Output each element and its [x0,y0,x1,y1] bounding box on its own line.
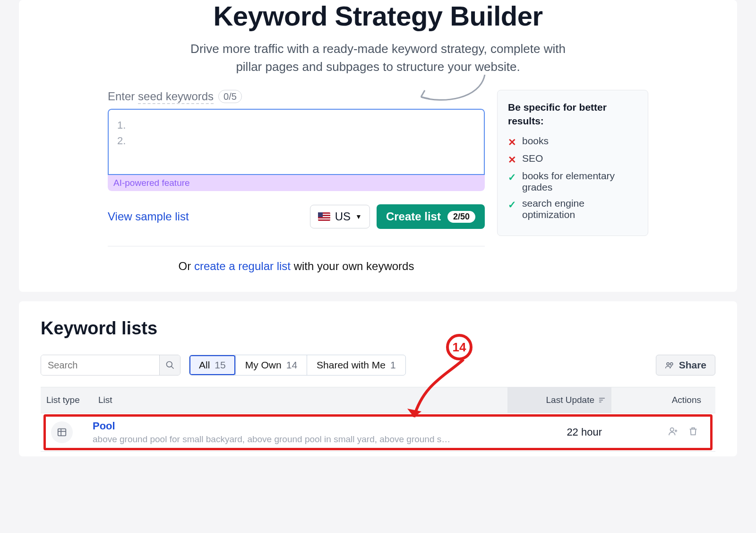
check-icon: ✓ [508,199,517,210]
actions-cell [611,426,715,438]
tips-title: Be specific for better results: [508,101,637,128]
trash-icon [688,426,698,437]
x-icon: ✕ [508,137,517,148]
search-wrap [41,355,180,376]
tab-all[interactable]: All 15 [189,355,236,375]
divider [108,246,485,246]
svg-point-7 [670,428,674,431]
or-line: Or create a regular list with your own k… [108,260,485,273]
seed-keywords-input[interactable]: 1. 2. [108,109,485,175]
search-icon [165,360,175,370]
keyword-lists-card: Keyword lists All 15 My Own 14 [19,301,737,456]
check-icon: ✓ [508,172,517,183]
search-input[interactable] [41,355,159,375]
col-actions: Actions [611,387,715,413]
create-regular-list-link[interactable]: create a regular list [194,260,291,272]
tab-count: 15 [215,359,225,371]
tip-text: search engine optimization [522,198,637,220]
tab-shared[interactable]: Shared with Me 1 [307,355,405,375]
view-sample-link[interactable]: View sample list [108,210,189,223]
arrow-decoration-icon [414,71,490,109]
list-description: above ground pool for small backyard, ab… [93,434,480,445]
hero: Keyword Strategy Builder Drive more traf… [19,0,737,76]
create-list-counter: 2/50 [447,211,475,223]
seed-label-prefix: Enter [108,90,138,103]
lists-table: List type List Last Update Actions [41,387,715,452]
table-icon [51,421,73,443]
tip-text: books [522,135,549,147]
col-list-type: List type [41,387,93,413]
share-button[interactable]: Share [656,355,715,376]
tab-count: 14 [286,359,297,371]
list-cell: Pool above ground pool for small backyar… [93,420,507,445]
seed-placeholder-1: 1. [117,117,475,133]
list-filter-tabs: All 15 My Own 14 Shared with Me 1 [189,355,406,376]
x-icon: ✕ [508,154,517,166]
annotation-badge: 14 [446,334,472,360]
create-list-button[interactable]: Create list 2/50 [377,204,485,229]
builder-card: Keyword Strategy Builder Drive more traf… [19,0,737,292]
or-suffix: with your own keywords [291,260,414,272]
tip-item: ✕books [508,135,637,148]
ai-feature-tag: AI-powered feature [108,175,485,191]
lists-title: Keyword lists [41,318,715,339]
share-label: Share [679,359,706,371]
col-list: List [93,387,507,413]
builder-left: Enter seed keywords 0/5 1. 2. AI-powered… [108,90,485,273]
tip-text: books for elementary grades [522,170,637,193]
country-select[interactable]: US ▼ [310,205,370,228]
tips-panel: Be specific for better results: ✕books ✕… [497,90,648,236]
seed-label-underline: seed keywords [138,90,214,104]
table-row[interactable]: Pool above ground pool for small backyar… [41,413,715,452]
or-prefix: Or [179,260,194,272]
tip-item: ✓search engine optimization [508,198,637,220]
tip-item: ✕SEO [508,153,637,166]
svg-rect-4 [58,429,66,436]
chevron-down-icon: ▼ [355,213,362,220]
tab-count: 1 [390,359,396,371]
page-title: Keyword Strategy Builder [19,0,737,32]
svg-point-2 [667,363,669,365]
table-header: List type List Last Update Actions [41,387,715,413]
flag-us-icon [318,212,330,221]
svg-point-3 [670,363,672,365]
page-subtitle: Drive more traffic with a ready-made key… [184,40,572,76]
country-code: US [335,210,351,223]
list-type-cell [41,421,93,443]
seed-counter-badge: 0/5 [218,90,242,103]
col-last-update[interactable]: Last Update [507,387,611,413]
delete-button[interactable] [688,426,698,438]
tab-label: Shared with Me [317,359,386,371]
search-button[interactable] [159,355,180,375]
tab-label: All [199,359,210,371]
last-update-cell: 22 hour [507,426,611,438]
tip-text: SEO [522,153,543,164]
add-user-button[interactable] [668,426,679,438]
sort-icon [598,396,606,404]
create-list-label: Create list [386,210,441,223]
tip-item: ✓books for elementary grades [508,170,637,193]
seed-placeholder-2: 2. [117,133,475,149]
share-icon [665,360,674,370]
svg-line-1 [171,367,173,369]
tab-my-own[interactable]: My Own 14 [236,355,307,375]
add-user-icon [668,426,679,437]
list-name-link[interactable]: Pool [93,420,507,432]
tab-label: My Own [245,359,282,371]
svg-point-0 [166,362,172,367]
